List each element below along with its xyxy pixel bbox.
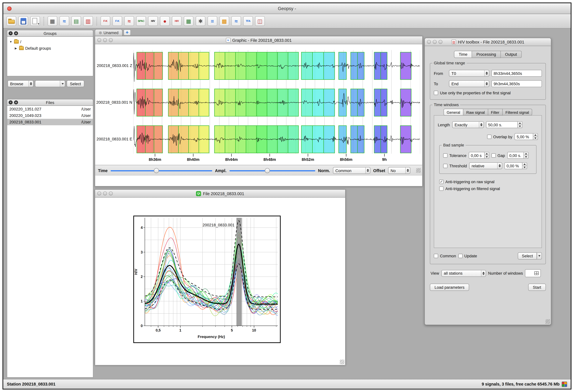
layers-view-icon[interactable]: ▥ — [83, 16, 93, 26]
group-filter-combo[interactable] — [35, 80, 65, 87]
trace-plot[interactable] — [133, 48, 420, 157]
spinner-icon[interactable] — [524, 152, 528, 159]
graphic-minimize-dot[interactable] — [103, 38, 107, 42]
toolbox-tab-processing[interactable]: Processing — [472, 51, 501, 58]
spinner-icon[interactable] — [485, 152, 489, 159]
graphic-view-icon[interactable]: ≈ — [59, 16, 69, 26]
from-time-field[interactable]: 8h33m44,3650s — [492, 70, 542, 77]
select-group-button[interactable]: Select — [67, 80, 84, 87]
common-checkbox[interactable]: Common — [434, 254, 456, 258]
hv-plot[interactable]: 0,5151001234Frequency (Hz)H/V200218_0833… — [134, 216, 280, 342]
hv-figure[interactable]: 0,5151001234Frequency (Hz)H/V200218_0833… — [133, 216, 281, 343]
file-row-200220_1351.027[interactable]: 200220_1351.027/User — [7, 106, 93, 112]
fk-toolbox-icon[interactable]: F-K — [101, 16, 110, 26]
overlap-spinbox[interactable]: 5,00 % — [514, 133, 538, 140]
export-icon[interactable]: ▾ — [30, 16, 40, 26]
time-windows-tab-general[interactable]: General — [443, 109, 463, 115]
spac-toolbox-icon[interactable]: SPAC — [136, 16, 146, 26]
amplitude-slider-thumb[interactable] — [265, 168, 270, 173]
to-time-field[interactable]: 9h3m44,3650s — [492, 80, 542, 87]
resize-grip[interactable] — [340, 360, 344, 364]
view-combo[interactable]: all stations — [441, 270, 486, 277]
tree-item-root[interactable]: ▼/ — [8, 38, 92, 45]
length-spinbox[interactable]: 50,00 s. — [486, 121, 522, 128]
tab-unamed[interactable]: ⊗ Unamed — [95, 29, 122, 36]
damping-tool-icon[interactable]: ● — [160, 16, 170, 26]
expand-icon[interactable]: ▶ — [14, 47, 18, 50]
select-windows-button-label[interactable]: Select — [518, 252, 537, 260]
files-float-icon[interactable]: ⊕ — [14, 100, 18, 104]
toolbox-tab-time[interactable]: Time — [454, 51, 472, 58]
tab-close-icon[interactable]: ⊗ — [99, 31, 102, 35]
offset-combo[interactable]: No — [388, 167, 410, 174]
array-tool-icon[interactable]: ▦ — [184, 16, 193, 26]
threshold-checkbox[interactable]: Threshold — [443, 164, 467, 168]
threshold-spinbox[interactable]: 0,00 % — [504, 162, 527, 169]
resize-grip[interactable] — [545, 319, 550, 324]
to-mode-combo[interactable]: End — [449, 80, 489, 87]
open-file-icon[interactable] — [6, 16, 16, 26]
fk-active-toolbox-icon[interactable]: F-K — [112, 16, 122, 26]
spinner-icon[interactable] — [533, 133, 538, 140]
select-windows-button[interactable]: Select — [518, 252, 542, 260]
update-checkbox[interactable]: Update — [458, 254, 477, 258]
first-signal-checkbox[interactable]: Use only the properties of the first sig… — [434, 91, 542, 95]
chevron-down-icon[interactable] — [537, 252, 542, 260]
time-windows-tab-filter[interactable]: Filter — [488, 109, 503, 115]
files-list[interactable]: 200220_1351.027/User200220_1049.023/User… — [7, 106, 93, 378]
from-mode-combo[interactable]: T0 — [449, 70, 489, 77]
particle-motion-icon[interactable]: ✱ — [196, 16, 205, 26]
spinner-icon[interactable] — [518, 121, 522, 128]
spinner-icon[interactable] — [522, 162, 527, 169]
overlap-checkbox[interactable]: Overlap by — [487, 134, 512, 139]
time-windows-tab-filtered-signal[interactable]: Filtered signal — [503, 109, 532, 115]
tree-item-default-groups[interactable]: ▶Default groups — [8, 45, 92, 51]
gap-spinbox[interactable]: 0,00 s. — [507, 152, 528, 159]
save-icon[interactable] — [18, 16, 28, 26]
map-view-icon[interactable]: ▤ — [71, 16, 81, 26]
chronogram-icon[interactable]: ≡ — [207, 16, 217, 26]
browse-combo[interactable]: Browse — [7, 80, 33, 87]
toolbox-zoom-dot[interactable] — [438, 40, 442, 44]
threshold-mode-combo[interactable]: relative — [469, 162, 502, 169]
time-windows-tab-raw-signal[interactable]: Raw signal — [463, 109, 488, 115]
table-view-icon[interactable]: ▦ — [48, 16, 57, 26]
window-close-button[interactable] — [7, 6, 12, 11]
start-button[interactable]: Start — [528, 284, 546, 291]
norm-combo[interactable]: Common — [333, 167, 370, 174]
resize-grip[interactable] — [416, 168, 421, 173]
add-tab-button[interactable]: + — [123, 30, 131, 36]
filter-tool-icon[interactable]: ≈ — [231, 16, 241, 26]
toolbox-tab-output[interactable]: Output — [501, 51, 522, 58]
toolbox-close-dot[interactable] — [427, 40, 431, 44]
graphic-close-dot[interactable] — [97, 38, 101, 42]
hv-close-dot[interactable] — [97, 191, 101, 195]
groups-float-icon[interactable]: ⊕ — [14, 31, 18, 35]
quit-icon[interactable]: ◫ — [255, 16, 265, 26]
collapse-icon[interactable]: ▼ — [9, 40, 13, 43]
anti-trigger-raw-checkbox[interactable]: ✓ Anti-triggering on raw signal — [439, 180, 536, 184]
graphic-zoom-dot[interactable] — [109, 38, 113, 42]
hv-minimize-dot[interactable] — [103, 191, 107, 195]
groups-tree[interactable]: ▼/▶Default groups — [7, 37, 93, 76]
time-slider-thumb[interactable] — [154, 168, 159, 173]
waveform-tool-icon[interactable]: ≈ — [124, 16, 134, 26]
file-row-200220_1049.023[interactable]: 200220_1049.023/User — [7, 112, 93, 119]
load-parameters-button[interactable]: Load parameters — [430, 284, 469, 291]
anti-trigger-filtered-checkbox[interactable]: Anti-triggering on filtered signal — [439, 187, 536, 191]
tolerance-spinbox[interactable]: 0,00 s — [469, 152, 489, 159]
length-mode-combo[interactable]: Exactly — [452, 121, 484, 128]
files-close-icon[interactable]: ✕ — [9, 100, 13, 104]
file-row-200218_0833.001[interactable]: 200218_0833.001/User — [7, 119, 93, 125]
amplitude-slider[interactable] — [229, 168, 315, 173]
tfa-toolbox-icon[interactable]: TFA — [243, 16, 253, 26]
spectrum-tool-icon[interactable]: ▩ — [219, 16, 229, 26]
toolbox-minimize-dot[interactable] — [433, 40, 437, 44]
time-slider[interactable] — [110, 168, 212, 173]
gap-checkbox[interactable]: Gap — [492, 153, 505, 158]
tolerance-checkbox[interactable]: Tolerance — [443, 153, 467, 158]
groups-close-icon[interactable]: ✕ — [9, 31, 13, 35]
hv-rotate-toolbox-icon[interactable]: H/V — [172, 16, 182, 26]
hv-toolbox-icon[interactable]: H/V — [148, 16, 158, 26]
hv-zoom-dot[interactable] — [109, 191, 113, 195]
